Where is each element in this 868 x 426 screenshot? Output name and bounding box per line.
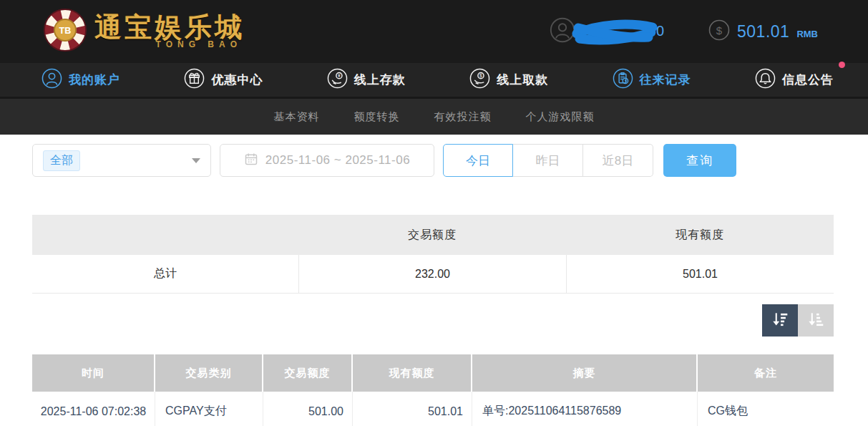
summary-transaction-value: 232.00 (298, 255, 566, 293)
table-row: 2025-11-06 07:02:38 CGPAY支付 501.00 501.0… (32, 392, 834, 426)
col-header-transaction-type: 交易类别 (155, 354, 263, 392)
cell-current-amount: 501.01 (353, 392, 472, 426)
chevron-down-icon (192, 158, 200, 163)
bell-icon (755, 68, 776, 92)
nav-item-withdraw[interactable]: $ 线上取款 (469, 68, 548, 92)
filter-row: 全部 2025-11-06 ~ 2025-11-06 (32, 144, 836, 177)
date-range-value: 2025-11-06 ~ 2025-11-06 (265, 153, 410, 168)
cell-transaction-type: CGPAY支付 (155, 392, 263, 426)
summary-table: 交易额度 现有额度 总计 232.00 501.01 (32, 215, 834, 294)
last-8-days-button[interactable]: 近8日 (583, 144, 653, 177)
quick-date-button-group: 今日 昨日 近8日 (443, 144, 653, 177)
sort-controls (32, 304, 834, 337)
content: 全部 2025-11-06 ~ 2025-11-06 (0, 144, 868, 426)
col-header-time: 时间 (32, 354, 155, 392)
nav-item-transaction-records[interactable]: 往来记录 (613, 68, 691, 92)
col-header-current-amount: 现有额度 (353, 354, 472, 392)
svg-text:¥: ¥ (338, 73, 341, 78)
deposit-icon: ¥ (327, 68, 348, 92)
username-visible-tail: 0 (656, 23, 664, 39)
nav-item-my-account[interactable]: 我的账户 (42, 68, 120, 92)
nav-item-promotions[interactable]: 优惠中心 (184, 68, 263, 92)
summary-current-value: 501.01 (566, 255, 834, 293)
user-icon (42, 68, 62, 92)
svg-text:$: $ (716, 24, 723, 37)
balance-amount: 501.01 (737, 22, 789, 42)
summary-total-label: 总计 (32, 255, 298, 293)
selected-type-chip: 全部 (43, 150, 80, 171)
page: TB 通宝娱乐城 TONG BAO (0, 0, 868, 426)
cell-remarks: CG钱包 (698, 392, 834, 426)
summary-header-row: 交易额度 现有额度 (32, 215, 834, 255)
tab-credit-transfer[interactable]: 额度转换 (354, 110, 400, 124)
summary-total-row: 总计 232.00 501.01 (32, 255, 834, 294)
nav-item-announcements[interactable]: 信息公告 (755, 68, 834, 92)
records-icon (613, 68, 633, 92)
site-title: 通宝娱乐城 (94, 14, 245, 42)
transaction-type-select[interactable]: 全部 (32, 144, 211, 177)
today-button[interactable]: 今日 (443, 144, 513, 177)
withdraw-icon: $ (469, 68, 490, 92)
tab-personal-game-limits[interactable]: 个人游戏限额 (526, 110, 595, 124)
svg-text:TB: TB (59, 26, 72, 36)
cell-summary: 单号:202511064115876589 (472, 392, 698, 426)
sub-nav: 基本资料 额度转换 有效投注额 个人游戏限额 (0, 97, 868, 135)
col-header-transaction-amount: 交易额度 (263, 354, 353, 392)
gift-icon (184, 68, 205, 92)
cell-time: 2025-11-06 07:02:38 (32, 392, 155, 426)
sort-ascending-button[interactable] (798, 304, 834, 337)
summary-header-empty (32, 215, 298, 255)
tab-valid-bets[interactable]: 有效投注额 (434, 110, 492, 124)
sort-ascending-icon (806, 310, 825, 331)
top-header: TB 通宝娱乐城 TONG BAO (0, 0, 868, 63)
notification-badge-dot (839, 62, 845, 68)
col-header-remarks: 备注 (698, 354, 834, 392)
svg-text:$: $ (479, 73, 482, 78)
col-header-summary: 摘要 (472, 354, 698, 392)
balance-currency: RMB (796, 29, 818, 39)
cell-transaction-amount: 501.00 (263, 392, 353, 426)
sort-descending-button[interactable] (762, 304, 798, 337)
table-header-row: 时间 交易类别 交易额度 现有额度 摘要 备注 (32, 354, 834, 392)
yesterday-button[interactable]: 昨日 (513, 144, 583, 177)
transactions-table: 时间 交易类别 交易额度 现有额度 摘要 备注 2025-11-06 07:02… (32, 354, 834, 426)
logo-text: 通宝娱乐城 TONG BAO (94, 14, 245, 49)
main-nav: 我的账户 优惠中心 ¥ (0, 63, 868, 97)
summary-header-current-amount: 现有额度 (566, 215, 834, 255)
sort-descending-icon (771, 310, 789, 331)
calendar-icon (244, 152, 258, 169)
query-button[interactable]: 查询 (663, 144, 736, 177)
balance-display: $ 501.01 RMB (708, 19, 818, 44)
username-display[interactable]: 0 (550, 16, 658, 47)
casino-chip-icon: TB (43, 8, 87, 55)
dollar-circle-icon: $ (708, 19, 730, 44)
summary-header-transaction-amount: 交易额度 (298, 215, 566, 255)
nav-item-deposit[interactable]: ¥ 线上存款 (327, 68, 406, 92)
tab-basic-info[interactable]: 基本资料 (274, 110, 320, 124)
date-range-input[interactable]: 2025-11-06 ~ 2025-11-06 (220, 144, 434, 177)
site-subtitle: TONG BAO (94, 39, 245, 49)
username-redaction-scribble: 0 (571, 16, 658, 47)
site-logo[interactable]: TB 通宝娱乐城 TONG BAO (43, 8, 245, 55)
